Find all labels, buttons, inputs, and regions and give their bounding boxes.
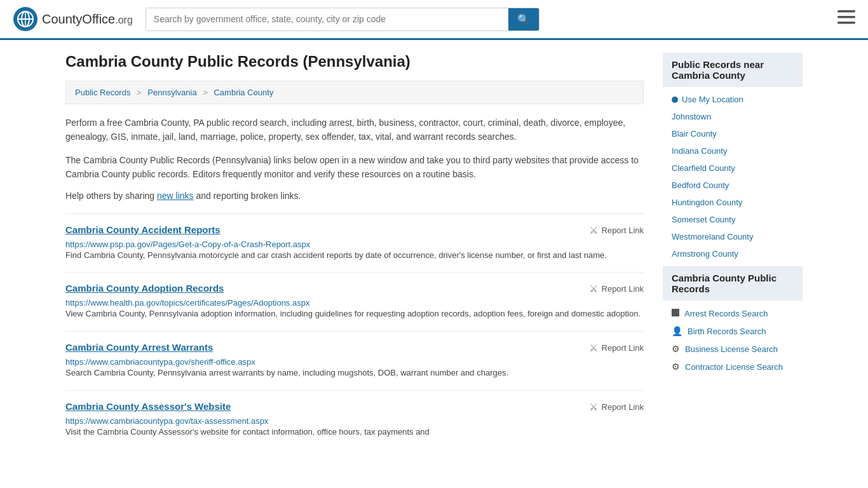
- breadcrumb-pennsylvania[interactable]: Pennsylvania: [147, 88, 196, 97]
- svg-rect-7: [837, 22, 855, 24]
- link-business-license[interactable]: Business License Search: [685, 344, 778, 354]
- sidebar-item-johnstown[interactable]: Johnstown: [663, 108, 803, 125]
- link-huntingdon-county[interactable]: Huntingdon County: [672, 198, 742, 207]
- record-list: Cambria County Accident Reports ⚔ Report…: [65, 214, 644, 449]
- breadcrumb-sep-2: >: [203, 88, 208, 97]
- sidebar-birth-records[interactable]: 👤 Birth Records Search: [663, 322, 803, 340]
- search-bar: 🔍: [146, 8, 539, 31]
- sidebar-county-records-header: Cambria County Public Records: [663, 266, 803, 301]
- record-url-2[interactable]: https://www.cambriacountypa.gov/sheriff-…: [65, 357, 255, 367]
- record-title-1[interactable]: Cambria County Adoption Records: [65, 283, 224, 294]
- flag-icon-0: ⚔: [589, 224, 598, 236]
- sidebar-item-bedford[interactable]: Bedford County: [663, 177, 803, 194]
- flag-icon-1: ⚔: [589, 283, 598, 295]
- report-link-label-2: Report Link: [602, 343, 644, 353]
- flag-icon-2: ⚔: [589, 342, 598, 354]
- main-layout: Cambria County Public Records (Pennsylva…: [53, 40, 815, 462]
- sidebar-arrest-records[interactable]: Arrest Records Search: [663, 304, 803, 322]
- report-link-label-0: Report Link: [602, 226, 644, 235]
- record-header-3: Cambria County Assessor's Website ⚔ Repo…: [65, 401, 644, 413]
- breadcrumb: Public Records > Pennsylvania > Cambria …: [65, 81, 644, 104]
- share-note-pre: Help others by sharing: [65, 191, 157, 201]
- record-desc-2: Search Cambria County, Pennsylvania arre…: [65, 367, 644, 380]
- link-armstrong-county[interactable]: Armstrong County: [672, 249, 738, 259]
- location-icon: [672, 97, 678, 103]
- business-license-icon: ⚙: [672, 344, 680, 354]
- new-links[interactable]: new links: [157, 191, 194, 201]
- sidebar-nearby-section: Public Records near Cambria County Use M…: [663, 53, 803, 262]
- svg-rect-5: [837, 10, 855, 13]
- breadcrumb-cambria-county[interactable]: Cambria County: [214, 88, 273, 97]
- sidebar-item-armstrong[interactable]: Armstrong County: [663, 245, 803, 262]
- link-arrest-records[interactable]: Arrest Records Search: [684, 309, 768, 318]
- report-link-btn-0[interactable]: ⚔ Report Link: [589, 224, 644, 236]
- link-bedford-county[interactable]: Bedford County: [672, 180, 729, 190]
- record-entry-0: Cambria County Accident Reports ⚔ Report…: [65, 214, 644, 273]
- sidebar-item-somerset[interactable]: Somerset County: [663, 211, 803, 228]
- record-desc-1: View Cambria County, Pennsylvania adopti…: [65, 308, 644, 321]
- link-johnstown[interactable]: Johnstown: [672, 112, 711, 121]
- page-title: Cambria County Public Records (Pennsylva…: [65, 53, 644, 71]
- logo-icon: [13, 6, 38, 32]
- links-note: The Cambria County Public Records (Penns…: [65, 153, 644, 182]
- sidebar-use-location[interactable]: Use My Location: [663, 91, 803, 108]
- record-entry-3: Cambria County Assessor's Website ⚔ Repo…: [65, 390, 644, 449]
- search-icon: 🔍: [517, 14, 530, 25]
- record-entry-1: Cambria County Adoption Records ⚔ Report…: [65, 272, 644, 331]
- sidebar-item-indiana[interactable]: Indiana County: [663, 142, 803, 159]
- search-input[interactable]: [146, 8, 508, 30]
- contractor-license-icon: ⚙: [672, 362, 680, 372]
- record-entry-2: Cambria County Arrest Warrants ⚔ Report …: [65, 331, 644, 390]
- search-button[interactable]: 🔍: [508, 8, 539, 30]
- use-location-link[interactable]: Use My Location: [682, 95, 743, 104]
- menu-icon[interactable]: [837, 10, 855, 28]
- record-desc-3: Visit the Cambria County Assessor's webs…: [65, 426, 644, 439]
- link-westmoreland-county[interactable]: Westmoreland County: [672, 232, 753, 241]
- record-url-0[interactable]: https://www.psp.pa.gov/Pages/Get-a-Copy-…: [65, 240, 310, 249]
- record-title-0[interactable]: Cambria County Accident Reports: [65, 224, 220, 235]
- site-logo[interactable]: CountyOffice.org: [13, 6, 133, 32]
- breadcrumb-sep-1: >: [137, 88, 142, 97]
- record-url-3[interactable]: https://www.cambriacountypa.gov/tax-asse…: [65, 416, 268, 426]
- sidebar-item-huntingdon[interactable]: Huntingdon County: [663, 194, 803, 211]
- flag-icon-3: ⚔: [589, 401, 598, 413]
- sidebar-business-license[interactable]: ⚙ Business License Search: [663, 340, 803, 358]
- record-header-2: Cambria County Arrest Warrants ⚔ Report …: [65, 342, 644, 354]
- share-note: Help others by sharing new links and rep…: [65, 191, 644, 201]
- link-clearfield-county[interactable]: Clearfield County: [672, 163, 735, 173]
- main-content: Cambria County Public Records (Pennsylva…: [65, 53, 644, 449]
- link-contractor-license[interactable]: Contractor License Search: [685, 362, 783, 372]
- link-blair-county[interactable]: Blair County: [672, 129, 717, 139]
- logo-text: CountyOffice.org: [42, 12, 133, 27]
- arrest-icon: [672, 308, 679, 318]
- breadcrumb-public-records[interactable]: Public Records: [75, 88, 130, 97]
- logo-suffix: .org: [115, 15, 133, 25]
- record-url-1[interactable]: https://www.health.pa.gov/topics/certifi…: [65, 298, 309, 308]
- link-somerset-county[interactable]: Somerset County: [672, 215, 735, 224]
- sidebar-item-clearfield[interactable]: Clearfield County: [663, 159, 803, 177]
- record-desc-0: Find Cambria County, Pennsylvania motorc…: [65, 249, 644, 262]
- intro-text: Perform a free Cambria County, PA public…: [65, 116, 644, 144]
- logo-name: CountyOffice: [42, 12, 115, 26]
- sidebar-contractor-license[interactable]: ⚙ Contractor License Search: [663, 358, 803, 376]
- record-header-1: Cambria County Adoption Records ⚔ Report…: [65, 283, 644, 295]
- sidebar-county-records-section: Cambria County Public Records Arrest Rec…: [663, 266, 803, 376]
- sidebar-item-blair[interactable]: Blair County: [663, 125, 803, 142]
- record-title-3[interactable]: Cambria County Assessor's Website: [65, 401, 231, 412]
- report-link-btn-1[interactable]: ⚔ Report Link: [589, 283, 644, 295]
- link-birth-records[interactable]: Birth Records Search: [688, 327, 766, 336]
- record-header-0: Cambria County Accident Reports ⚔ Report…: [65, 224, 644, 236]
- svg-rect-6: [837, 16, 855, 18]
- sidebar: Public Records near Cambria County Use M…: [663, 53, 803, 449]
- report-link-label-3: Report Link: [602, 402, 644, 412]
- record-title-2[interactable]: Cambria County Arrest Warrants: [65, 342, 213, 353]
- report-link-label-1: Report Link: [602, 284, 644, 294]
- report-link-btn-3[interactable]: ⚔ Report Link: [589, 401, 644, 413]
- sidebar-nearby-header: Public Records near Cambria County: [663, 53, 803, 87]
- birth-icon: 👤: [672, 326, 682, 336]
- sidebar-item-westmoreland[interactable]: Westmoreland County: [663, 228, 803, 245]
- share-note-post: and reporting broken links.: [194, 191, 301, 201]
- site-header: CountyOffice.org 🔍: [0, 0, 868, 40]
- report-link-btn-2[interactable]: ⚔ Report Link: [589, 342, 644, 354]
- link-indiana-county[interactable]: Indiana County: [672, 146, 727, 156]
